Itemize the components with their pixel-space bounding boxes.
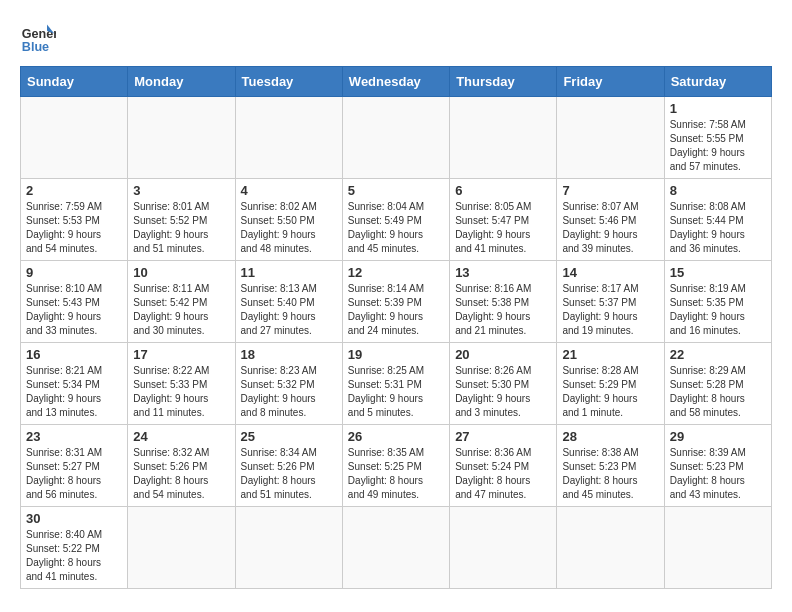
day-number: 23: [26, 429, 122, 444]
day-info: Sunrise: 8:19 AM Sunset: 5:35 PM Dayligh…: [670, 282, 766, 338]
calendar-cell: 3Sunrise: 8:01 AM Sunset: 5:52 PM Daylig…: [128, 179, 235, 261]
day-info: Sunrise: 8:40 AM Sunset: 5:22 PM Dayligh…: [26, 528, 122, 584]
calendar-cell: 22Sunrise: 8:29 AM Sunset: 5:28 PM Dayli…: [664, 343, 771, 425]
day-number: 25: [241, 429, 337, 444]
day-number: 29: [670, 429, 766, 444]
day-number: 14: [562, 265, 658, 280]
day-info: Sunrise: 8:21 AM Sunset: 5:34 PM Dayligh…: [26, 364, 122, 420]
calendar-cell: [128, 507, 235, 589]
logo-icon: General Blue: [20, 20, 56, 56]
day-info: Sunrise: 8:11 AM Sunset: 5:42 PM Dayligh…: [133, 282, 229, 338]
calendar: SundayMondayTuesdayWednesdayThursdayFrid…: [20, 66, 772, 589]
day-info: Sunrise: 8:38 AM Sunset: 5:23 PM Dayligh…: [562, 446, 658, 502]
day-number: 2: [26, 183, 122, 198]
day-info: Sunrise: 8:05 AM Sunset: 5:47 PM Dayligh…: [455, 200, 551, 256]
day-number: 10: [133, 265, 229, 280]
calendar-cell: [342, 97, 449, 179]
day-info: Sunrise: 8:25 AM Sunset: 5:31 PM Dayligh…: [348, 364, 444, 420]
calendar-cell: 15Sunrise: 8:19 AM Sunset: 5:35 PM Dayli…: [664, 261, 771, 343]
calendar-cell: 9Sunrise: 8:10 AM Sunset: 5:43 PM Daylig…: [21, 261, 128, 343]
calendar-cell: 11Sunrise: 8:13 AM Sunset: 5:40 PM Dayli…: [235, 261, 342, 343]
day-number: 30: [26, 511, 122, 526]
calendar-week-row: 30Sunrise: 8:40 AM Sunset: 5:22 PM Dayli…: [21, 507, 772, 589]
day-number: 4: [241, 183, 337, 198]
calendar-cell: [235, 507, 342, 589]
calendar-cell: 19Sunrise: 8:25 AM Sunset: 5:31 PM Dayli…: [342, 343, 449, 425]
day-info: Sunrise: 7:59 AM Sunset: 5:53 PM Dayligh…: [26, 200, 122, 256]
day-number: 22: [670, 347, 766, 362]
calendar-cell: 29Sunrise: 8:39 AM Sunset: 5:23 PM Dayli…: [664, 425, 771, 507]
day-info: Sunrise: 8:23 AM Sunset: 5:32 PM Dayligh…: [241, 364, 337, 420]
logo: General Blue: [20, 20, 62, 56]
calendar-cell: [450, 97, 557, 179]
calendar-cell: 24Sunrise: 8:32 AM Sunset: 5:26 PM Dayli…: [128, 425, 235, 507]
calendar-cell: 8Sunrise: 8:08 AM Sunset: 5:44 PM Daylig…: [664, 179, 771, 261]
day-number: 6: [455, 183, 551, 198]
day-number: 16: [26, 347, 122, 362]
calendar-week-row: 1Sunrise: 7:58 AM Sunset: 5:55 PM Daylig…: [21, 97, 772, 179]
weekday-header: Wednesday: [342, 67, 449, 97]
day-info: Sunrise: 8:17 AM Sunset: 5:37 PM Dayligh…: [562, 282, 658, 338]
calendar-cell: [235, 97, 342, 179]
day-info: Sunrise: 8:32 AM Sunset: 5:26 PM Dayligh…: [133, 446, 229, 502]
day-number: 20: [455, 347, 551, 362]
calendar-cell: 17Sunrise: 8:22 AM Sunset: 5:33 PM Dayli…: [128, 343, 235, 425]
calendar-cell: 23Sunrise: 8:31 AM Sunset: 5:27 PM Dayli…: [21, 425, 128, 507]
day-info: Sunrise: 8:26 AM Sunset: 5:30 PM Dayligh…: [455, 364, 551, 420]
day-info: Sunrise: 8:29 AM Sunset: 5:28 PM Dayligh…: [670, 364, 766, 420]
day-info: Sunrise: 8:02 AM Sunset: 5:50 PM Dayligh…: [241, 200, 337, 256]
weekday-header: Sunday: [21, 67, 128, 97]
day-info: Sunrise: 8:13 AM Sunset: 5:40 PM Dayligh…: [241, 282, 337, 338]
day-info: Sunrise: 8:39 AM Sunset: 5:23 PM Dayligh…: [670, 446, 766, 502]
calendar-cell: 7Sunrise: 8:07 AM Sunset: 5:46 PM Daylig…: [557, 179, 664, 261]
calendar-cell: 18Sunrise: 8:23 AM Sunset: 5:32 PM Dayli…: [235, 343, 342, 425]
calendar-cell: [450, 507, 557, 589]
calendar-week-row: 2Sunrise: 7:59 AM Sunset: 5:53 PM Daylig…: [21, 179, 772, 261]
day-info: Sunrise: 8:16 AM Sunset: 5:38 PM Dayligh…: [455, 282, 551, 338]
day-number: 18: [241, 347, 337, 362]
calendar-cell: 2Sunrise: 7:59 AM Sunset: 5:53 PM Daylig…: [21, 179, 128, 261]
weekday-header: Tuesday: [235, 67, 342, 97]
calendar-cell: 14Sunrise: 8:17 AM Sunset: 5:37 PM Dayli…: [557, 261, 664, 343]
day-info: Sunrise: 8:07 AM Sunset: 5:46 PM Dayligh…: [562, 200, 658, 256]
calendar-cell: [557, 507, 664, 589]
day-info: Sunrise: 8:04 AM Sunset: 5:49 PM Dayligh…: [348, 200, 444, 256]
calendar-week-row: 23Sunrise: 8:31 AM Sunset: 5:27 PM Dayli…: [21, 425, 772, 507]
day-number: 3: [133, 183, 229, 198]
calendar-cell: 12Sunrise: 8:14 AM Sunset: 5:39 PM Dayli…: [342, 261, 449, 343]
calendar-week-row: 9Sunrise: 8:10 AM Sunset: 5:43 PM Daylig…: [21, 261, 772, 343]
calendar-cell: 1Sunrise: 7:58 AM Sunset: 5:55 PM Daylig…: [664, 97, 771, 179]
day-info: Sunrise: 8:22 AM Sunset: 5:33 PM Dayligh…: [133, 364, 229, 420]
calendar-cell: 20Sunrise: 8:26 AM Sunset: 5:30 PM Dayli…: [450, 343, 557, 425]
weekday-header: Friday: [557, 67, 664, 97]
day-number: 15: [670, 265, 766, 280]
day-number: 21: [562, 347, 658, 362]
calendar-cell: 21Sunrise: 8:28 AM Sunset: 5:29 PM Dayli…: [557, 343, 664, 425]
calendar-cell: 6Sunrise: 8:05 AM Sunset: 5:47 PM Daylig…: [450, 179, 557, 261]
day-number: 8: [670, 183, 766, 198]
calendar-cell: [128, 97, 235, 179]
svg-text:Blue: Blue: [22, 40, 49, 54]
day-info: Sunrise: 8:31 AM Sunset: 5:27 PM Dayligh…: [26, 446, 122, 502]
day-info: Sunrise: 8:35 AM Sunset: 5:25 PM Dayligh…: [348, 446, 444, 502]
day-info: Sunrise: 8:36 AM Sunset: 5:24 PM Dayligh…: [455, 446, 551, 502]
calendar-cell: [664, 507, 771, 589]
weekday-header: Thursday: [450, 67, 557, 97]
calendar-cell: 4Sunrise: 8:02 AM Sunset: 5:50 PM Daylig…: [235, 179, 342, 261]
day-number: 13: [455, 265, 551, 280]
day-number: 26: [348, 429, 444, 444]
calendar-cell: 27Sunrise: 8:36 AM Sunset: 5:24 PM Dayli…: [450, 425, 557, 507]
weekday-header: Monday: [128, 67, 235, 97]
day-info: Sunrise: 7:58 AM Sunset: 5:55 PM Dayligh…: [670, 118, 766, 174]
calendar-cell: 10Sunrise: 8:11 AM Sunset: 5:42 PM Dayli…: [128, 261, 235, 343]
day-info: Sunrise: 8:10 AM Sunset: 5:43 PM Dayligh…: [26, 282, 122, 338]
day-number: 19: [348, 347, 444, 362]
day-info: Sunrise: 8:34 AM Sunset: 5:26 PM Dayligh…: [241, 446, 337, 502]
day-number: 27: [455, 429, 551, 444]
weekday-header: Saturday: [664, 67, 771, 97]
day-info: Sunrise: 8:28 AM Sunset: 5:29 PM Dayligh…: [562, 364, 658, 420]
page-header: General Blue: [20, 20, 772, 56]
calendar-cell: [557, 97, 664, 179]
day-number: 17: [133, 347, 229, 362]
day-number: 1: [670, 101, 766, 116]
